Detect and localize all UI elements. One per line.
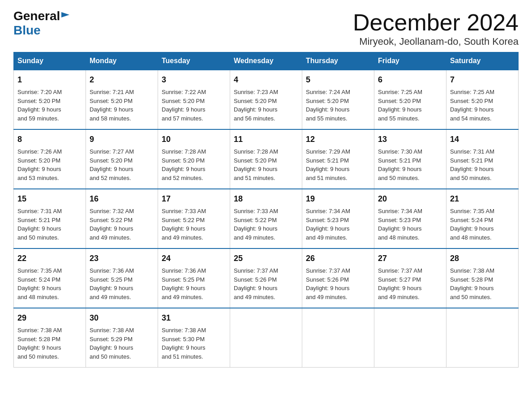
day-number: 31 (162, 312, 226, 324)
day-info: Sunrise: 7:38 AMSunset: 5:29 PMDaylight:… (90, 326, 154, 361)
weekday-header-friday: Friday (374, 52, 446, 70)
calendar-table: SundayMondayTuesdayWednesdayThursdayFrid… (13, 52, 519, 368)
weekday-header-tuesday: Tuesday (158, 52, 230, 70)
day-number: 29 (17, 312, 82, 324)
day-number: 25 (234, 253, 298, 265)
day-number: 4 (234, 74, 298, 86)
day-number: 21 (450, 193, 515, 205)
calendar-day-25: 25Sunrise: 7:37 AMSunset: 5:26 PMDayligh… (230, 248, 302, 308)
day-number: 11 (234, 133, 298, 146)
calendar-day-17: 17Sunrise: 7:33 AMSunset: 5:22 PMDayligh… (158, 189, 230, 248)
day-number: 13 (378, 133, 442, 146)
day-info: Sunrise: 7:29 AMSunset: 5:21 PMDaylight:… (306, 147, 370, 182)
logo: General Blue (13, 9, 69, 38)
calendar-day-31: 31Sunrise: 7:38 AMSunset: 5:30 PMDayligh… (158, 308, 230, 368)
day-number: 24 (162, 253, 226, 265)
day-info: Sunrise: 7:35 AMSunset: 5:24 PMDaylight:… (450, 207, 515, 242)
calendar-day-7: 7Sunrise: 7:25 AMSunset: 5:20 PMDaylight… (446, 70, 519, 129)
calendar-day-1: 1Sunrise: 7:20 AMSunset: 5:20 PMDaylight… (14, 70, 86, 129)
calendar-day-30: 30Sunrise: 7:38 AMSunset: 5:29 PMDayligh… (86, 308, 158, 368)
calendar-day-18: 18Sunrise: 7:33 AMSunset: 5:22 PMDayligh… (230, 189, 302, 248)
day-number: 26 (306, 253, 370, 265)
calendar-week-1: 1Sunrise: 7:20 AMSunset: 5:20 PMDaylight… (14, 70, 519, 129)
day-info: Sunrise: 7:38 AMSunset: 5:28 PMDaylight:… (450, 266, 515, 301)
calendar-day-29: 29Sunrise: 7:38 AMSunset: 5:28 PMDayligh… (14, 308, 86, 368)
weekday-header-wednesday: Wednesday (230, 52, 302, 70)
day-info: Sunrise: 7:32 AMSunset: 5:22 PMDaylight:… (90, 207, 154, 242)
calendar-day-28: 28Sunrise: 7:38 AMSunset: 5:28 PMDayligh… (446, 248, 519, 308)
day-info: Sunrise: 7:26 AMSunset: 5:20 PMDaylight:… (17, 147, 82, 182)
calendar-day-21: 21Sunrise: 7:35 AMSunset: 5:24 PMDayligh… (446, 189, 519, 248)
day-info: Sunrise: 7:24 AMSunset: 5:20 PMDaylight:… (306, 88, 370, 123)
calendar-day-12: 12Sunrise: 7:29 AMSunset: 5:21 PMDayligh… (302, 129, 374, 189)
calendar-day-22: 22Sunrise: 7:35 AMSunset: 5:24 PMDayligh… (14, 248, 86, 308)
logo-blue-text: Blue (13, 23, 41, 37)
day-info: Sunrise: 7:33 AMSunset: 5:22 PMDaylight:… (162, 207, 226, 242)
calendar-day-19: 19Sunrise: 7:34 AMSunset: 5:23 PMDayligh… (302, 189, 374, 248)
calendar-day-23: 23Sunrise: 7:36 AMSunset: 5:25 PMDayligh… (86, 248, 158, 308)
day-number: 15 (17, 193, 82, 205)
calendar-day-24: 24Sunrise: 7:36 AMSunset: 5:25 PMDayligh… (158, 248, 230, 308)
day-info: Sunrise: 7:37 AMSunset: 5:26 PMDaylight:… (306, 266, 370, 301)
day-number: 28 (450, 253, 515, 265)
calendar-week-3: 15Sunrise: 7:31 AMSunset: 5:21 PMDayligh… (14, 189, 519, 248)
day-number: 1 (17, 74, 82, 86)
day-info: Sunrise: 7:31 AMSunset: 5:21 PMDaylight:… (450, 147, 515, 182)
logo-triangle-icon (61, 12, 69, 22)
day-number: 19 (306, 193, 370, 205)
day-info: Sunrise: 7:23 AMSunset: 5:20 PMDaylight:… (234, 88, 298, 123)
day-number: 10 (162, 133, 226, 146)
day-number: 30 (90, 312, 154, 324)
day-info: Sunrise: 7:21 AMSunset: 5:20 PMDaylight:… (90, 88, 154, 123)
day-number: 8 (17, 133, 82, 146)
day-info: Sunrise: 7:37 AMSunset: 5:26 PMDaylight:… (234, 266, 298, 301)
day-number: 17 (162, 193, 226, 205)
svg-marker-0 (61, 12, 69, 17)
weekday-header-saturday: Saturday (446, 52, 519, 70)
calendar-day-3: 3Sunrise: 7:22 AMSunset: 5:20 PMDaylight… (158, 70, 230, 129)
calendar-day-14: 14Sunrise: 7:31 AMSunset: 5:21 PMDayligh… (446, 129, 519, 189)
day-info: Sunrise: 7:28 AMSunset: 5:20 PMDaylight:… (234, 147, 298, 182)
day-info: Sunrise: 7:34 AMSunset: 5:23 PMDaylight:… (378, 207, 442, 242)
calendar-day-2: 2Sunrise: 7:21 AMSunset: 5:20 PMDaylight… (86, 70, 158, 129)
page-header: General Blue December 2024 Miryeok, Jeol… (13, 9, 519, 47)
day-number: 2 (90, 74, 154, 86)
day-number: 5 (306, 74, 370, 86)
weekday-header-monday: Monday (86, 52, 158, 70)
day-number: 14 (450, 133, 515, 146)
calendar-empty-cell (302, 308, 374, 368)
day-info: Sunrise: 7:25 AMSunset: 5:20 PMDaylight:… (378, 88, 442, 123)
calendar-day-26: 26Sunrise: 7:37 AMSunset: 5:26 PMDayligh… (302, 248, 374, 308)
day-info: Sunrise: 7:28 AMSunset: 5:20 PMDaylight:… (162, 147, 226, 182)
day-number: 22 (17, 253, 82, 265)
day-number: 23 (90, 253, 154, 265)
day-info: Sunrise: 7:27 AMSunset: 5:20 PMDaylight:… (90, 147, 154, 182)
calendar-day-5: 5Sunrise: 7:24 AMSunset: 5:20 PMDaylight… (302, 70, 374, 129)
calendar-day-4: 4Sunrise: 7:23 AMSunset: 5:20 PMDaylight… (230, 70, 302, 129)
day-number: 3 (162, 74, 226, 86)
day-number: 18 (234, 193, 298, 205)
day-info: Sunrise: 7:30 AMSunset: 5:21 PMDaylight:… (378, 147, 442, 182)
calendar-empty-cell (446, 308, 519, 368)
day-number: 20 (378, 193, 442, 205)
day-number: 6 (378, 74, 442, 86)
day-info: Sunrise: 7:33 AMSunset: 5:22 PMDaylight:… (234, 207, 298, 242)
day-number: 16 (90, 193, 154, 205)
logo-general-text: General (13, 9, 60, 23)
calendar-day-11: 11Sunrise: 7:28 AMSunset: 5:20 PMDayligh… (230, 129, 302, 189)
calendar-week-2: 8Sunrise: 7:26 AMSunset: 5:20 PMDaylight… (14, 129, 519, 189)
calendar-week-5: 29Sunrise: 7:38 AMSunset: 5:28 PMDayligh… (14, 308, 519, 368)
day-info: Sunrise: 7:20 AMSunset: 5:20 PMDaylight:… (17, 88, 82, 123)
calendar-day-8: 8Sunrise: 7:26 AMSunset: 5:20 PMDaylight… (14, 129, 86, 189)
calendar-week-4: 22Sunrise: 7:35 AMSunset: 5:24 PMDayligh… (14, 248, 519, 308)
day-info: Sunrise: 7:36 AMSunset: 5:25 PMDaylight:… (90, 266, 154, 301)
day-info: Sunrise: 7:34 AMSunset: 5:23 PMDaylight:… (306, 207, 370, 242)
day-number: 7 (450, 74, 515, 86)
calendar-day-13: 13Sunrise: 7:30 AMSunset: 5:21 PMDayligh… (374, 129, 446, 189)
calendar-day-20: 20Sunrise: 7:34 AMSunset: 5:23 PMDayligh… (374, 189, 446, 248)
calendar-empty-cell (230, 308, 302, 368)
calendar-day-15: 15Sunrise: 7:31 AMSunset: 5:21 PMDayligh… (14, 189, 86, 248)
page-title: December 2024 (353, 9, 519, 36)
calendar-empty-cell (374, 308, 446, 368)
day-number: 12 (306, 133, 370, 146)
